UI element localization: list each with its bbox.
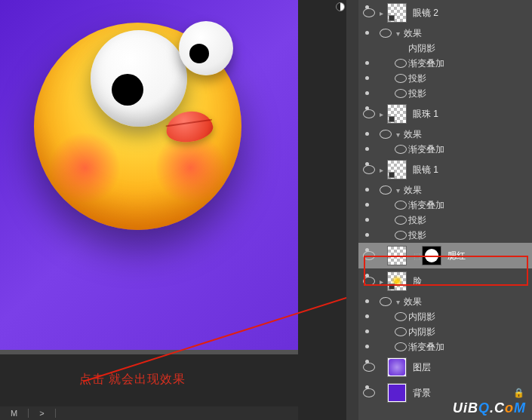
- effects-label: 效果: [404, 296, 422, 308]
- fx-item[interactable]: 渐变叠加: [358, 142, 532, 157]
- effects-label: 效果: [404, 128, 422, 141]
- panel-gutter: [346, 0, 358, 420]
- layer-row-face[interactable]: 脸: [358, 268, 532, 294]
- layer-name: 腮红: [447, 250, 466, 262]
- link-icon[interactable]: ⬚: [414, 248, 420, 263]
- layer-row-eyewear1[interactable]: 眼镜 1: [358, 157, 532, 182]
- visibility-toggle[interactable]: [393, 231, 408, 240]
- visibility-toggle[interactable]: [378, 130, 393, 139]
- visibility-toggle[interactable]: [393, 74, 408, 83]
- visibility-toggle[interactable]: [393, 312, 408, 321]
- layer-mask-thumbnail[interactable]: [422, 246, 441, 265]
- layer-name: 图层: [413, 361, 431, 374]
- layer-row-eyeball1[interactable]: 眼珠 1: [358, 101, 532, 127]
- layer-thumbnail[interactable]: [387, 3, 407, 23]
- layer-thumbnail[interactable]: [387, 246, 407, 265]
- eye-large: [91, 30, 187, 127]
- watermark: UiBQ.CoM: [453, 400, 526, 416]
- blush-left: [49, 132, 121, 204]
- expand-toggle[interactable]: [393, 29, 402, 38]
- lock-icon[interactable]: 🔒: [513, 388, 524, 398]
- visibility-toggle[interactable]: [393, 89, 408, 98]
- layer-thumbnail[interactable]: [387, 104, 407, 124]
- expand-toggle[interactable]: [377, 277, 386, 286]
- fx-item[interactable]: 内阴影: [358, 309, 532, 324]
- visibility-toggle[interactable]: [361, 363, 377, 372]
- visibility-toggle[interactable]: [361, 165, 377, 174]
- adjustment-icon[interactable]: [336, 2, 345, 11]
- fx-header[interactable]: 效果: [358, 294, 532, 309]
- visibility-toggle[interactable]: [378, 29, 393, 38]
- fx-item[interactable]: 内阴影: [358, 324, 532, 339]
- fx-item[interactable]: 内阴影: [358, 41, 532, 56]
- layer-row-layer[interactable]: 图层: [358, 354, 532, 380]
- layer-name: 眼镜 1: [413, 164, 438, 176]
- tab-indicator: M: [0, 409, 29, 418]
- effects-label: 效果: [404, 184, 422, 197]
- fx-header[interactable]: 效果: [358, 182, 532, 198]
- visibility-toggle[interactable]: [361, 277, 377, 286]
- emoji-face: [34, 23, 241, 230]
- fx-item[interactable]: 渐变叠加: [358, 198, 532, 213]
- visibility-toggle[interactable]: [393, 216, 408, 225]
- visibility-toggle[interactable]: [393, 201, 408, 210]
- layer-thumbnail[interactable]: [387, 160, 407, 179]
- expand-toggle[interactable]: [377, 9, 386, 17]
- fx-item[interactable]: 投影: [358, 213, 532, 228]
- fx-item[interactable]: 渐变叠加: [358, 339, 532, 354]
- layer-row-blush[interactable]: ⬚ 腮红: [358, 243, 532, 268]
- fx-item[interactable]: 投影: [358, 71, 532, 86]
- visibility-toggle[interactable]: [393, 59, 408, 68]
- layer-name: 眼镜 2: [413, 7, 438, 20]
- expand-toggle[interactable]: [393, 298, 402, 306]
- visibility-toggle[interactable]: [361, 8, 377, 17]
- layer-thumbnail[interactable]: [387, 383, 407, 403]
- visibility-toggle[interactable]: [393, 145, 408, 154]
- layer-name: 脸: [413, 275, 422, 288]
- layer-name: 背景: [413, 387, 431, 400]
- canvas-preview: [0, 0, 298, 353]
- layers-panel: 眼镜 2 效果 内阴影 渐变叠加 投影 投影 眼珠 1 效果 渐变叠加 眼镜 1…: [358, 0, 532, 420]
- visibility-toggle[interactable]: [361, 251, 377, 260]
- effects-label: 效果: [404, 27, 422, 40]
- visibility-toggle[interactable]: [361, 388, 377, 397]
- document-tab-bar[interactable]: M >: [0, 406, 298, 420]
- layer-thumbnail[interactable]: [387, 271, 407, 291]
- layer-thumbnail[interactable]: [387, 357, 407, 377]
- annotation-text: 点击 就会出现效果: [79, 372, 186, 388]
- blush-right: [155, 132, 226, 204]
- fx-item[interactable]: 渐变叠加: [358, 56, 532, 71]
- visibility-toggle[interactable]: [393, 327, 408, 336]
- tab-arrow: >: [29, 409, 55, 418]
- expand-toggle[interactable]: [393, 130, 402, 139]
- expand-toggle[interactable]: [393, 186, 402, 195]
- expand-toggle[interactable]: [377, 110, 386, 118]
- visibility-toggle[interactable]: [378, 185, 393, 195]
- visibility-toggle[interactable]: [393, 342, 408, 351]
- layer-row-eyewear2[interactable]: 眼镜 2: [358, 0, 532, 26]
- eye-small: [179, 21, 233, 75]
- fx-header[interactable]: 效果: [358, 127, 532, 142]
- fx-item[interactable]: 投影: [358, 228, 532, 243]
- visibility-toggle[interactable]: [361, 109, 377, 118]
- fx-header[interactable]: 效果: [358, 26, 532, 41]
- expand-toggle[interactable]: [377, 166, 386, 174]
- visibility-toggle[interactable]: [378, 297, 393, 306]
- fx-item[interactable]: 投影: [358, 86, 532, 101]
- layer-name: 眼珠 1: [413, 108, 438, 121]
